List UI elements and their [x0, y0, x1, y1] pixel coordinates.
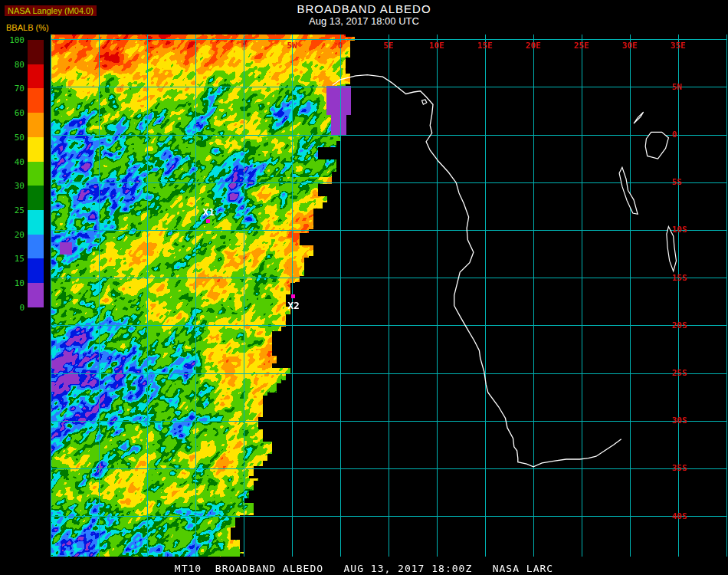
footer: MT10 BROADBAND ALBEDO AUG 13, 2017 18:00…	[0, 560, 728, 575]
lat-tick-label-15S: 15S	[672, 274, 698, 283]
albedo-viewer: BROADBAND ALBEDO Aug 13, 2017 18:00 UTC …	[0, 0, 728, 575]
marker-label-x2: X2	[287, 301, 300, 310]
lake-outline-3	[634, 112, 644, 123]
lat-tick-label-35S: 35S	[672, 464, 698, 473]
lat-tick-label-25S: 25S	[672, 369, 698, 378]
map-grid-coastline-overlay	[0, 0, 728, 575]
lake-outline-1	[619, 167, 638, 214]
lat-tick-label-20S: 20S	[672, 321, 698, 330]
lat-tick-label-10S: 10S	[672, 225, 698, 235]
lon-tick-label-0: 0	[329, 41, 352, 51]
lat-tick-label-0: 0	[672, 130, 698, 140]
lake-outline-4	[422, 100, 427, 104]
lon-tick-label-5E: 5E	[377, 41, 400, 51]
marker-x1[interactable]	[206, 219, 210, 223]
footer-caption: MT10 BROADBAND ALBEDO AUG 13, 2017 18:00…	[175, 563, 553, 575]
lon-tick-label-25E: 25E	[570, 41, 593, 51]
lon-tick-label-15E: 15E	[474, 41, 497, 51]
lake-outline-0	[645, 132, 668, 159]
africa-coastline	[333, 75, 621, 467]
lon-tick-label-5W: 5W	[280, 41, 303, 51]
lat-tick-label-5N: 5N	[672, 83, 698, 92]
lon-tick-label-10E: 10E	[425, 41, 448, 51]
lat-tick-label-40S: 40S	[672, 512, 698, 521]
lat-tick-label-30S: 30S	[672, 416, 698, 426]
lon-tick-label-20E: 20E	[522, 41, 545, 51]
lat-tick-label-5S: 5S	[672, 178, 698, 187]
marker-label-x1: X1	[202, 207, 215, 217]
lon-tick-label-30E: 30E	[618, 41, 641, 51]
marker-x2[interactable]	[291, 294, 295, 298]
lon-tick-label-35E: 35E	[667, 41, 690, 51]
